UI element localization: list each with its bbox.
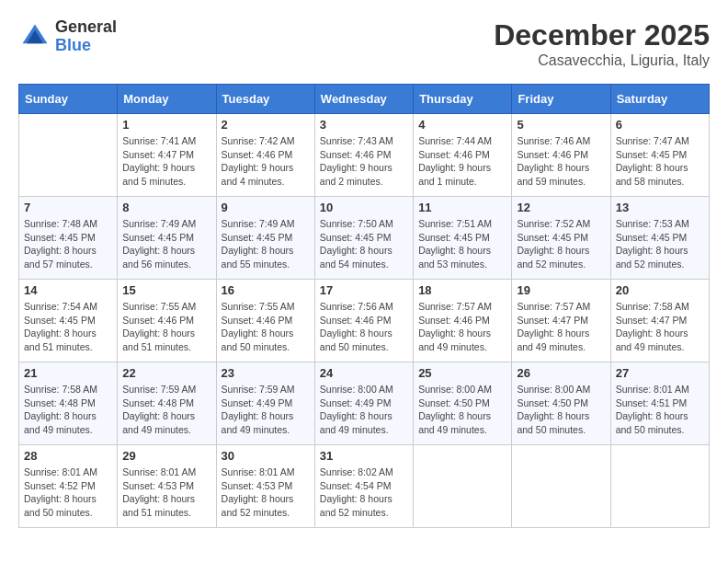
day-number: 16: [222, 283, 310, 297]
logo-icon: [18, 20, 51, 53]
calendar-cell: 3Sunrise: 7:43 AM Sunset: 4:46 PM Daylig…: [314, 114, 413, 197]
day-number: 21: [24, 366, 112, 380]
day-info: Sunrise: 7:57 AM Sunset: 4:47 PM Dayligh…: [517, 300, 605, 354]
weekday-header: Thursday: [414, 85, 512, 114]
day-number: 12: [517, 201, 605, 214]
day-info: Sunrise: 8:00 AM Sunset: 4:50 PM Dayligh…: [418, 383, 506, 437]
calendar-cell: 8Sunrise: 7:49 AM Sunset: 4:45 PM Daylig…: [118, 197, 216, 280]
day-info: Sunrise: 7:53 AM Sunset: 4:45 PM Dayligh…: [616, 217, 704, 271]
calendar-cell: 25Sunrise: 8:00 AM Sunset: 4:50 PM Dayli…: [414, 362, 512, 445]
calendar-week-row: 1Sunrise: 7:41 AM Sunset: 4:47 PM Daylig…: [19, 114, 710, 197]
day-number: 26: [517, 366, 605, 380]
calendar-week-row: 21Sunrise: 7:58 AM Sunset: 4:48 PM Dayli…: [19, 362, 710, 445]
day-number: 19: [517, 283, 605, 297]
logo-line2: Blue: [55, 37, 117, 55]
calendar-cell: 16Sunrise: 7:55 AM Sunset: 4:46 PM Dayli…: [216, 280, 314, 362]
calendar-cell: 21Sunrise: 7:58 AM Sunset: 4:48 PM Dayli…: [19, 362, 118, 445]
day-info: Sunrise: 7:52 AM Sunset: 4:45 PM Dayligh…: [517, 217, 605, 271]
calendar-week-row: 7Sunrise: 7:48 AM Sunset: 4:45 PM Daylig…: [19, 197, 710, 280]
day-number: 20: [616, 283, 704, 297]
day-info: Sunrise: 7:59 AM Sunset: 4:48 PM Dayligh…: [122, 383, 210, 437]
day-number: 10: [320, 201, 408, 214]
logo: General Blue: [18, 18, 117, 55]
day-info: Sunrise: 8:00 AM Sunset: 4:50 PM Dayligh…: [517, 383, 605, 437]
day-info: Sunrise: 7:46 AM Sunset: 4:46 PM Dayligh…: [517, 134, 605, 189]
day-info: Sunrise: 7:49 AM Sunset: 4:45 PM Dayligh…: [222, 217, 310, 271]
calendar-cell: 9Sunrise: 7:49 AM Sunset: 4:45 PM Daylig…: [216, 197, 314, 280]
weekday-header: Monday: [118, 85, 216, 114]
calendar-cell: 28Sunrise: 8:01 AM Sunset: 4:52 PM Dayli…: [19, 445, 118, 528]
day-info: Sunrise: 7:56 AM Sunset: 4:46 PM Dayligh…: [320, 300, 408, 354]
title-block: December 2025 Casavecchia, Liguria, Ital…: [494, 18, 710, 69]
day-number: 29: [122, 449, 210, 463]
day-info: Sunrise: 8:01 AM Sunset: 4:53 PM Dayligh…: [122, 465, 210, 520]
calendar-cell: 27Sunrise: 8:01 AM Sunset: 4:51 PM Dayli…: [610, 362, 709, 445]
calendar-cell: [414, 445, 512, 528]
day-number: 1: [122, 118, 210, 132]
day-number: 13: [616, 201, 704, 214]
calendar-cell: 15Sunrise: 7:55 AM Sunset: 4:46 PM Dayli…: [118, 280, 216, 362]
day-number: 25: [418, 366, 506, 380]
calendar-cell: 6Sunrise: 7:47 AM Sunset: 4:45 PM Daylig…: [610, 114, 709, 197]
day-number: 8: [122, 201, 210, 214]
day-info: Sunrise: 7:55 AM Sunset: 4:46 PM Dayligh…: [122, 300, 210, 354]
calendar-cell: 14Sunrise: 7:54 AM Sunset: 4:45 PM Dayli…: [19, 280, 118, 362]
day-info: Sunrise: 8:00 AM Sunset: 4:49 PM Dayligh…: [320, 383, 408, 437]
day-info: Sunrise: 8:01 AM Sunset: 4:51 PM Dayligh…: [616, 383, 704, 437]
logo-line1: General: [55, 18, 117, 37]
weekday-header: Friday: [512, 85, 610, 114]
calendar-cell: 13Sunrise: 7:53 AM Sunset: 4:45 PM Dayli…: [610, 197, 709, 280]
location-title: Casavecchia, Liguria, Italy: [494, 52, 710, 69]
month-title: December 2025: [494, 18, 710, 52]
day-number: 30: [222, 449, 310, 463]
day-info: Sunrise: 7:58 AM Sunset: 4:47 PM Dayligh…: [616, 300, 704, 354]
calendar-week-row: 14Sunrise: 7:54 AM Sunset: 4:45 PM Dayli…: [19, 280, 710, 362]
day-number: 14: [24, 283, 112, 297]
calendar-cell: 29Sunrise: 8:01 AM Sunset: 4:53 PM Dayli…: [118, 445, 216, 528]
day-number: 6: [616, 118, 704, 132]
calendar-cell: 11Sunrise: 7:51 AM Sunset: 4:45 PM Dayli…: [414, 197, 512, 280]
day-info: Sunrise: 8:01 AM Sunset: 4:53 PM Dayligh…: [222, 465, 310, 520]
calendar-cell: 22Sunrise: 7:59 AM Sunset: 4:48 PM Dayli…: [118, 362, 216, 445]
day-info: Sunrise: 7:55 AM Sunset: 4:46 PM Dayligh…: [222, 300, 310, 354]
day-number: 17: [320, 283, 408, 297]
day-info: Sunrise: 7:44 AM Sunset: 4:46 PM Dayligh…: [418, 134, 506, 189]
calendar-cell: 19Sunrise: 7:57 AM Sunset: 4:47 PM Dayli…: [512, 280, 610, 362]
day-info: Sunrise: 7:51 AM Sunset: 4:45 PM Dayligh…: [418, 217, 506, 271]
calendar-cell: 30Sunrise: 8:01 AM Sunset: 4:53 PM Dayli…: [216, 445, 314, 528]
calendar-cell: 5Sunrise: 7:46 AM Sunset: 4:46 PM Daylig…: [512, 114, 610, 197]
calendar-cell: 31Sunrise: 8:02 AM Sunset: 4:54 PM Dayli…: [314, 445, 413, 528]
day-number: 28: [24, 449, 112, 463]
calendar-header-row: SundayMondayTuesdayWednesdayThursdayFrid…: [19, 85, 710, 114]
day-info: Sunrise: 7:50 AM Sunset: 4:45 PM Dayligh…: [320, 217, 408, 271]
day-number: 15: [122, 283, 210, 297]
calendar-cell: [19, 114, 118, 197]
weekday-header: Wednesday: [314, 85, 413, 114]
day-info: Sunrise: 7:49 AM Sunset: 4:45 PM Dayligh…: [122, 217, 210, 271]
calendar-week-row: 28Sunrise: 8:01 AM Sunset: 4:52 PM Dayli…: [19, 445, 710, 528]
day-number: 7: [24, 201, 112, 214]
day-info: Sunrise: 7:54 AM Sunset: 4:45 PM Dayligh…: [24, 300, 112, 354]
weekday-header: Saturday: [610, 85, 709, 114]
day-number: 18: [418, 283, 506, 297]
calendar-cell: 18Sunrise: 7:57 AM Sunset: 4:46 PM Dayli…: [414, 280, 512, 362]
calendar-cell: 10Sunrise: 7:50 AM Sunset: 4:45 PM Dayli…: [314, 197, 413, 280]
day-info: Sunrise: 7:59 AM Sunset: 4:49 PM Dayligh…: [222, 383, 310, 437]
calendar-cell: 12Sunrise: 7:52 AM Sunset: 4:45 PM Dayli…: [512, 197, 610, 280]
calendar-cell: 1Sunrise: 7:41 AM Sunset: 4:47 PM Daylig…: [118, 114, 216, 197]
day-number: 9: [222, 201, 310, 214]
day-number: 24: [320, 366, 408, 380]
day-number: 4: [418, 118, 506, 132]
calendar-cell: 24Sunrise: 8:00 AM Sunset: 4:49 PM Dayli…: [314, 362, 413, 445]
day-info: Sunrise: 7:58 AM Sunset: 4:48 PM Dayligh…: [24, 383, 112, 437]
weekday-header: Sunday: [19, 85, 118, 114]
day-number: 5: [517, 118, 605, 132]
day-number: 27: [616, 366, 704, 380]
calendar-cell: 4Sunrise: 7:44 AM Sunset: 4:46 PM Daylig…: [414, 114, 512, 197]
day-info: Sunrise: 8:02 AM Sunset: 4:54 PM Dayligh…: [320, 465, 408, 520]
day-info: Sunrise: 7:48 AM Sunset: 4:45 PM Dayligh…: [24, 217, 112, 271]
calendar-cell: 2Sunrise: 7:42 AM Sunset: 4:46 PM Daylig…: [216, 114, 314, 197]
day-number: 3: [320, 118, 408, 132]
day-info: Sunrise: 7:42 AM Sunset: 4:46 PM Dayligh…: [222, 134, 310, 189]
weekday-header: Tuesday: [216, 85, 314, 114]
